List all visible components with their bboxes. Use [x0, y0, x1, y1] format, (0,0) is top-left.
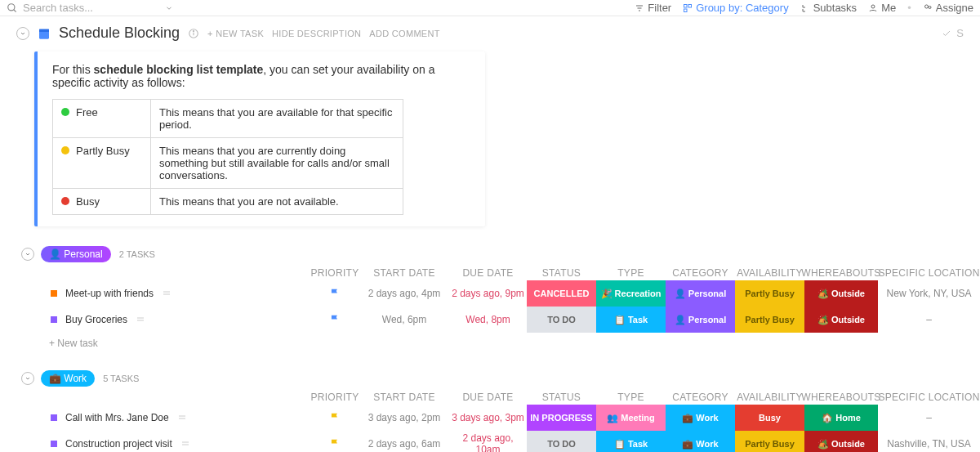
- task-name-cell[interactable]: Call with Mrs. Jane Doe: [0, 412, 310, 423]
- location-cell[interactable]: New York, NY, USA: [878, 280, 980, 307]
- table-row[interactable]: Call with Mrs. Jane Doe 3 days ago, 2pm …: [0, 405, 980, 431]
- me-button[interactable]: Me: [868, 2, 896, 14]
- group-by-button[interactable]: Group by: Category: [683, 2, 788, 14]
- col-start: START DATE: [359, 390, 449, 405]
- availability-cell[interactable]: Busy: [735, 405, 804, 431]
- start-date[interactable]: Wed, 6pm: [359, 307, 449, 333]
- due-date[interactable]: 2 days ago, 9pm: [449, 280, 527, 307]
- info-icon[interactable]: [188, 28, 199, 39]
- due-date[interactable]: Wed, 8pm: [449, 307, 527, 333]
- group-header: 👤 Personal 2 TASKS: [0, 243, 980, 262]
- type-cell[interactable]: 📋 Task: [596, 307, 666, 333]
- hide-description-link[interactable]: HIDE DESCRIPTION: [272, 29, 361, 38]
- status-cell[interactable]: IN PROGRESS: [527, 405, 596, 431]
- add-comment-link[interactable]: ADD COMMENT: [369, 29, 439, 38]
- start-date[interactable]: 2 days ago, 4pm: [359, 280, 449, 307]
- status-cell[interactable]: CANCELLED: [527, 280, 596, 307]
- whereabouts-cell[interactable]: 🏕️ Outside: [804, 431, 878, 452]
- status-cell[interactable]: TO DO: [527, 431, 596, 452]
- new-task-link[interactable]: + NEW TASK: [207, 29, 264, 38]
- col-whereabouts: WHEREABOUTS: [804, 266, 878, 280]
- location-cell[interactable]: –: [878, 405, 980, 431]
- priority-cell[interactable]: [310, 280, 359, 307]
- table-row[interactable]: Construction project visit 2 days ago, 6…: [0, 431, 980, 452]
- flag-icon: [329, 314, 341, 325]
- whereabouts-cell[interactable]: 🏕️ Outside: [804, 280, 878, 307]
- whereabouts-cell[interactable]: 🏕️ Outside: [804, 307, 878, 333]
- collapse-toggle[interactable]: [16, 27, 29, 40]
- desc-prefix: For this: [52, 63, 94, 76]
- priority-cell[interactable]: [310, 405, 359, 431]
- col-whereabouts: WHEREABOUTS: [804, 390, 878, 405]
- column-headers: PRIORITY START DATE DUE DATE STATUS TYPE…: [0, 266, 980, 280]
- user-icon: [868, 3, 878, 13]
- location-cell[interactable]: –: [878, 307, 980, 333]
- start-date[interactable]: 3 days ago, 2pm: [359, 405, 449, 431]
- task-name-cell[interactable]: Meet-up with friends: [0, 288, 310, 299]
- status-dot: [61, 197, 69, 205]
- col-priority: PRIORITY: [310, 266, 359, 280]
- group-header: 💼 Work 5 TASKS: [0, 367, 980, 387]
- group-chip[interactable]: 💼 Work: [41, 370, 95, 387]
- new-task-button[interactable]: + New task: [0, 333, 980, 354]
- group-count: 2 TASKS: [119, 249, 155, 259]
- svg-point-0: [8, 3, 15, 10]
- group-icon: [683, 3, 693, 13]
- table-row[interactable]: Buy Groceries Wed, 6pm Wed, 8pm TO DO 📋 …: [0, 307, 980, 333]
- due-date[interactable]: 3 days ago, 3pm: [449, 405, 527, 431]
- col-due: DUE DATE: [449, 390, 527, 405]
- search-input[interactable]: [23, 2, 160, 14]
- svg-point-8: [871, 5, 875, 8]
- priority-cell[interactable]: [310, 307, 359, 333]
- location-cell[interactable]: Nashville, TN, USA: [878, 431, 980, 452]
- type-cell[interactable]: 👥 Meeting: [596, 405, 666, 431]
- availability-cell[interactable]: Partly Busy: [735, 307, 804, 333]
- group-chip[interactable]: 👤 Personal: [41, 246, 111, 262]
- col-availability: AVAILABILITY: [735, 266, 804, 280]
- col-location: SPECIFIC LOCATION: [878, 390, 980, 405]
- group-collapse[interactable]: [21, 248, 34, 261]
- description-text: For this schedule blocking list template…: [52, 63, 470, 89]
- table-row[interactable]: Meet-up with friends 2 days ago, 4pm 2 d…: [0, 280, 980, 307]
- availability-cell[interactable]: Partly Busy: [735, 280, 804, 307]
- due-date[interactable]: 2 days ago, 10am: [449, 431, 527, 452]
- category-cell[interactable]: 💼 Work: [666, 405, 735, 431]
- status-dot: [61, 108, 69, 116]
- more-icon[interactable]: [162, 289, 172, 298]
- col-type: TYPE: [596, 266, 666, 280]
- more-icon[interactable]: [177, 413, 187, 423]
- column-headers: PRIORITY START DATE DUE DATE STATUS TYPE…: [0, 390, 980, 405]
- type-cell[interactable]: 📋 Task: [596, 431, 666, 452]
- col-type: TYPE: [596, 390, 666, 405]
- legend-label: Partly Busy: [76, 145, 130, 157]
- col-category: CATEGORY: [666, 266, 735, 280]
- more-icon[interactable]: [180, 439, 190, 449]
- more-icon[interactable]: [136, 315, 145, 324]
- subtasks-button[interactable]: Subtasks: [800, 2, 857, 14]
- category-cell[interactable]: 👤 Personal: [666, 307, 735, 333]
- assignee-label: Assigne: [936, 2, 973, 14]
- type-cell[interactable]: 🎉 Recreation: [596, 280, 666, 307]
- category-cell[interactable]: 👤 Personal: [666, 280, 735, 307]
- group-collapse[interactable]: [21, 372, 34, 385]
- chevron-down-icon: [20, 30, 26, 37]
- flag-icon: [329, 412, 341, 423]
- status-cell[interactable]: TO DO: [527, 307, 596, 333]
- task-name: Meet-up with friends: [65, 288, 154, 299]
- me-label: Me: [881, 2, 896, 14]
- filter-button[interactable]: Filter: [635, 2, 671, 14]
- task-name-cell[interactable]: Construction project visit: [0, 438, 310, 450]
- assignee-button[interactable]: Assigne: [923, 2, 973, 14]
- category-cell[interactable]: 💼 Work: [666, 431, 735, 452]
- col-status: STATUS: [527, 390, 596, 405]
- svg-rect-6: [688, 4, 692, 7]
- flag-icon: [329, 288, 341, 299]
- availability-cell[interactable]: Partly Busy: [735, 431, 804, 452]
- priority-dot: [51, 414, 57, 421]
- whereabouts-cell[interactable]: 🏠 Home: [804, 405, 878, 431]
- chevron-down-icon[interactable]: [165, 4, 173, 12]
- start-date[interactable]: 2 days ago, 6am: [359, 431, 449, 452]
- priority-cell[interactable]: [310, 431, 359, 452]
- task-name-cell[interactable]: Buy Groceries: [0, 314, 310, 325]
- priority-dot: [51, 441, 57, 447]
